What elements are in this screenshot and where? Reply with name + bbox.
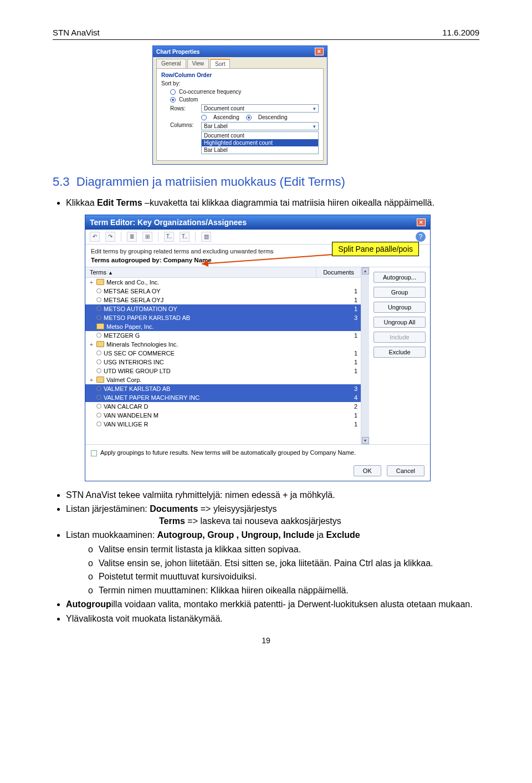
back-icon[interactable]: ↶ [90, 232, 100, 242]
row-col-order-label: Row/Column Order [161, 72, 319, 78]
doc-count: 1 [325, 331, 361, 340]
cols-label: Columns: [170, 122, 198, 128]
list-item[interactable]: Document count [202, 132, 318, 139]
table-row[interactable]: +Metso Paper, Inc. [85, 322, 361, 331]
table-row[interactable]: VAN CALCAR D2 [85, 402, 361, 411]
table-row[interactable]: +Merck and Co., Inc. [85, 278, 361, 287]
folder-icon [96, 377, 104, 383]
table-row[interactable]: +Valmet Corp. [85, 375, 361, 384]
asc-label: Ascending [213, 114, 239, 120]
term-name: Minerals Technologies Inc. [106, 341, 178, 348]
scroll-down-icon[interactable]: ▾ [362, 437, 369, 444]
help-icon[interactable]: ? [416, 232, 426, 242]
folder-icon [96, 341, 104, 347]
table-row[interactable]: USG INTERIORS INC1 [85, 358, 361, 367]
side-button-panel: Autogroup...GroupUngroupUngroup AllInclu… [369, 267, 430, 444]
forward-icon[interactable]: ↷ [105, 232, 115, 242]
radio-ascending[interactable] [201, 115, 207, 120]
list-icon[interactable]: ≣ [127, 232, 137, 242]
term-icon [96, 306, 101, 311]
expand-icon[interactable]: + [89, 341, 94, 348]
rows-label: Rows: [170, 105, 198, 111]
col-documents[interactable]: Documents [323, 269, 354, 276]
expand-icon[interactable]: + [89, 279, 94, 286]
scrollbar[interactable]: ▴ ▾ [361, 267, 369, 444]
tab-view[interactable]: View [187, 59, 209, 68]
cols-listbox[interactable]: Document count Highlighted document coun… [201, 131, 319, 154]
table-row[interactable]: VAN WANDELEN M1 [85, 411, 361, 420]
scroll-up-icon[interactable]: ▴ [362, 267, 369, 274]
term-name: METSO PAPER KARLSTAD AB [104, 314, 190, 321]
ungroup-button[interactable]: Ungroup [374, 302, 426, 313]
table-row[interactable]: +Minerals Technologies Inc. [85, 340, 361, 349]
sub-item: Valitse ensin se, johon liitetään. Etsi … [88, 557, 479, 570]
table-row[interactable]: METSO AUTOMATION OY1 [85, 304, 361, 313]
group-button[interactable]: Group [374, 287, 426, 298]
doc-count [325, 281, 361, 283]
rows-dropdown[interactable]: Document count ▾ [201, 104, 319, 113]
table-row[interactable]: VALMET KARLSTAD AB3 [85, 384, 361, 393]
chart-props-tabs: General View Sort [153, 57, 327, 68]
header-rule [53, 39, 479, 40]
tab-sort[interactable]: Sort [210, 59, 230, 68]
term-name: VAN WANDELEN M [104, 412, 158, 419]
term-editor-dialog: Split Pane päälle/pois Term Editor: Key … [85, 215, 431, 481]
tab-general[interactable]: General [156, 59, 186, 68]
col-terms[interactable]: Terms [90, 269, 106, 276]
table-row[interactable]: METZGER G1 [85, 331, 361, 340]
apply-checkbox[interactable] [91, 450, 97, 456]
page-number: 19 [53, 636, 479, 645]
table-row[interactable]: METSAE SERLA OYJ1 [85, 296, 361, 304]
term-name: Metso Paper, Inc. [106, 323, 154, 330]
cancel-button[interactable]: Cancel [387, 465, 424, 476]
close-icon[interactable]: ✕ [417, 218, 426, 226]
ok-button[interactable]: OK [354, 465, 381, 476]
expand-icon[interactable]: + [89, 323, 94, 330]
term-editor-titlebar[interactable]: Term Editor: Key Organizations/Assignees… [85, 215, 430, 230]
term-name: VALMET KARLSTAD AB [104, 385, 170, 392]
doc-count: 1 [325, 420, 361, 429]
list-item[interactable]: Highlighted document count [202, 139, 318, 146]
radio-custom[interactable] [170, 97, 176, 103]
table-row[interactable]: VAN WILLIGE R1 [85, 420, 361, 429]
term-icon [96, 333, 101, 338]
doc-count: 1 [325, 367, 361, 375]
table-row[interactable]: US SEC OF COMMERCE1 [85, 349, 361, 358]
radio-cooccurrence[interactable] [170, 89, 176, 95]
header-right: 11.6.2009 [442, 28, 479, 37]
chart-props-title: Chart Properties [156, 49, 200, 55]
ungroup-all-button[interactable]: Ungroup All [374, 317, 426, 328]
radio-descending[interactable] [246, 115, 252, 120]
autogroup--button[interactable]: Autogroup... [374, 272, 426, 283]
list-item[interactable]: Bar Label [202, 146, 318, 154]
tree-icon[interactable]: ⊞ [142, 232, 152, 242]
term-name: UTD WIRE GROUP LTD [104, 368, 171, 374]
term-icon [96, 395, 101, 400]
term-icon [96, 288, 101, 293]
table-row[interactable]: VALMET PAPER MACHINERY INC4 [85, 393, 361, 402]
table-row[interactable]: METSAE SERLA OY1 [85, 287, 361, 296]
terms-list[interactable]: +Merck and Co., Inc.METSAE SERLA OY1METS… [85, 278, 361, 444]
table-row[interactable]: UTD WIRE GROUP LTD1 [85, 367, 361, 375]
term-icon [96, 404, 101, 409]
expand-icon[interactable]: + [89, 377, 94, 383]
doc-count [325, 326, 361, 328]
chevron-down-icon: ▾ [313, 124, 316, 129]
chart-properties-dialog: Chart Properties ✕ General View Sort Row… [152, 45, 328, 165]
tool-icon[interactable]: T.. [164, 232, 174, 242]
doc-count: 1 [325, 304, 361, 313]
desc-label: Descending [258, 114, 288, 120]
split-pane-icon[interactable]: ▥ [201, 232, 211, 242]
folder-icon [96, 279, 104, 285]
term-name: VALMET PAPER MACHINERY INC [104, 394, 200, 401]
table-row[interactable]: METSO PAPER KARLSTAD AB3 [85, 313, 361, 322]
tool-icon[interactable]: T.. [180, 232, 190, 242]
exclude-button[interactable]: Exclude [374, 347, 426, 358]
term-name: VAN WILLIGE R [104, 421, 148, 428]
cols-dropdown[interactable]: Bar Label ▾ [201, 122, 319, 130]
doc-count: 3 [325, 313, 361, 322]
close-icon[interactable]: ✕ [315, 48, 324, 55]
chevron-down-icon: ▾ [313, 106, 316, 111]
chart-props-titlebar[interactable]: Chart Properties ✕ [153, 46, 327, 57]
term-name: METSAE SERLA OYJ [104, 297, 163, 303]
